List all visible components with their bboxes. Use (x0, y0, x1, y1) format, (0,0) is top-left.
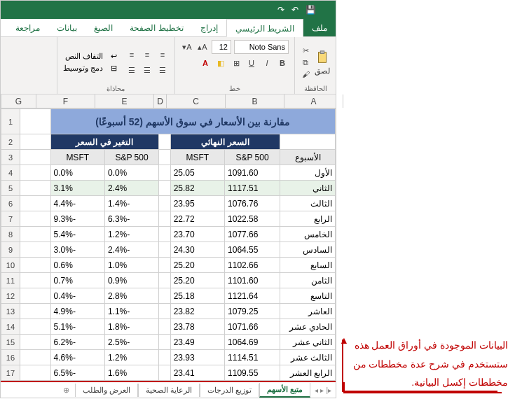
cell[interactable]: 0.7% (50, 273, 104, 288)
cell[interactable]: 23.49 (170, 335, 224, 350)
cell[interactable]: التاسع (280, 288, 336, 304)
cell[interactable]: الأول (280, 165, 336, 181)
row-header[interactable]: 7 (1, 211, 20, 227)
cell[interactable]: -1.2% (104, 227, 158, 242)
cell[interactable]: الثامن (280, 273, 336, 288)
borders-button[interactable]: ⊞ (230, 57, 242, 69)
tab-review[interactable]: مراجعة (7, 19, 48, 36)
row-header[interactable]: 2 (1, 134, 20, 150)
cell[interactable]: 1079.25 (225, 304, 280, 319)
row-header[interactable]: 13 (1, 304, 20, 319)
save-icon[interactable]: 💾 (305, 5, 316, 15)
col-header-D[interactable]: D (154, 94, 167, 108)
row-header[interactable]: 1 (1, 109, 20, 134)
col-header-F[interactable]: F (36, 94, 95, 108)
cell[interactable]: 1077.66 (225, 227, 280, 242)
cell[interactable]: -9.3% (50, 211, 104, 227)
cell[interactable]: 1091.60 (225, 165, 280, 181)
row-header[interactable]: 8 (1, 227, 20, 242)
increase-font-icon[interactable]: A▴ (196, 41, 209, 53)
cell[interactable]: -2.5% (104, 335, 158, 350)
cell[interactable]: 1121.64 (225, 288, 280, 304)
cell[interactable]: 25.20 (170, 258, 224, 273)
cell[interactable]: الثالث (280, 196, 336, 211)
row-header[interactable]: 5 (1, 181, 20, 196)
cell[interactable]: 2.4% (104, 181, 158, 196)
col-header-C[interactable]: C (167, 94, 226, 108)
header-change[interactable]: التغير في السعر (50, 134, 159, 150)
cell[interactable]: 1102.66 (225, 258, 280, 273)
cell[interactable]: الثالث عشر (280, 350, 336, 365)
cell[interactable]: 1.2% (104, 350, 158, 365)
cell[interactable]: الأسبوع (280, 150, 336, 165)
tab-pagelayout[interactable]: تخطيط الصفحة (121, 19, 191, 36)
cell[interactable]: 0.9% (104, 273, 158, 288)
align-bottom-icon[interactable]: ≡ (125, 48, 138, 61)
col-header-A[interactable]: A (284, 94, 343, 108)
row-header[interactable]: 17 (1, 365, 20, 381)
cell[interactable]: -5.4% (50, 227, 104, 242)
row-header[interactable]: 10 (1, 258, 20, 273)
align-center-icon[interactable]: ☰ (141, 64, 153, 76)
cell[interactable]: 23.95 (170, 196, 224, 211)
cell[interactable]: -0.4% (50, 288, 104, 304)
cell[interactable]: 23.93 (170, 350, 224, 365)
cell[interactable]: 0.6% (50, 258, 104, 273)
cell[interactable]: 0.0% (50, 165, 104, 181)
cell[interactable]: الحادي عشر (280, 319, 336, 335)
cell[interactable]: الثاني (280, 181, 336, 196)
cell[interactable]: الرابع (280, 211, 336, 227)
sheet-nav-next-icon[interactable]: ◂ (315, 386, 318, 394)
bold-button[interactable]: B (276, 57, 289, 69)
sheet-tab-supply[interactable]: العرض والطلب (75, 384, 138, 397)
tab-file[interactable]: ملف (303, 19, 336, 36)
cell[interactable]: 23.70 (170, 227, 224, 242)
cell[interactable]: 22.72 (170, 211, 224, 227)
cell[interactable]: 23.82 (170, 304, 224, 319)
undo-icon[interactable]: ↶ (291, 5, 298, 15)
paste-button[interactable]: لصق (315, 50, 330, 76)
row-header[interactable]: 11 (1, 273, 20, 288)
tab-view[interactable]: عرض (0, 19, 7, 36)
cell[interactable]: 1022.58 (225, 211, 280, 227)
cell[interactable]: 1071.66 (225, 319, 280, 335)
cell[interactable]: الخامس (280, 227, 336, 242)
cell[interactable]: -4.6% (50, 350, 104, 365)
col-header-B[interactable]: B (226, 94, 284, 108)
cell[interactable]: -6.5% (50, 365, 104, 381)
align-left-icon[interactable]: ☰ (125, 64, 138, 76)
font-size-select[interactable]: 12 (212, 40, 231, 54)
row-header[interactable]: 3 (1, 150, 20, 165)
cell[interactable]: 1109.55 (225, 365, 280, 381)
cell[interactable]: -6.3% (104, 211, 158, 227)
spreadsheet-grid[interactable]: G F E D C B A 1مقارنة بين الأسعار في سوق… (1, 94, 336, 381)
align-right-icon[interactable]: ☰ (156, 64, 169, 76)
cell[interactable]: -1.8% (104, 319, 158, 335)
cell[interactable]: العاشر (280, 304, 336, 319)
cell[interactable]: 23.78 (170, 319, 224, 335)
sheet-nav-first-icon[interactable]: ▸| (326, 386, 331, 394)
cell[interactable]: MSFT (170, 150, 224, 165)
cell[interactable]: -4.4% (50, 196, 104, 211)
col-header-G[interactable]: G (1, 94, 36, 108)
cell[interactable]: 1117.51 (225, 181, 280, 196)
align-middle-icon[interactable]: ≡ (141, 48, 153, 61)
sheet-nav-prev-icon[interactable]: ▸ (320, 386, 324, 394)
header-final[interactable]: السعر النهائي (170, 134, 280, 150)
row-header[interactable]: 4 (1, 165, 20, 181)
cell[interactable]: -5.1% (50, 319, 104, 335)
font-name-select[interactable]: Noto Sans (234, 40, 289, 54)
col-header-E[interactable]: E (95, 94, 154, 108)
copy-icon[interactable]: ⧉ (301, 57, 310, 67)
cell[interactable]: 25.20 (170, 273, 224, 288)
cell[interactable]: الثاني عشر (280, 335, 336, 350)
tab-formulas[interactable]: الصيغ (85, 19, 121, 36)
redo-icon[interactable]: ↷ (277, 5, 284, 15)
cell[interactable]: -6.2% (50, 335, 104, 350)
merge-center-button[interactable]: ⊟ دمج وتوسيط (63, 64, 117, 73)
cell[interactable]: السابع (280, 258, 336, 273)
sheet-tab-health[interactable]: الرعاية الصحية (138, 384, 200, 397)
cell[interactable]: 1064.55 (225, 242, 280, 258)
cell[interactable]: 24.30 (170, 242, 224, 258)
cell[interactable]: 3.1% (50, 181, 104, 196)
